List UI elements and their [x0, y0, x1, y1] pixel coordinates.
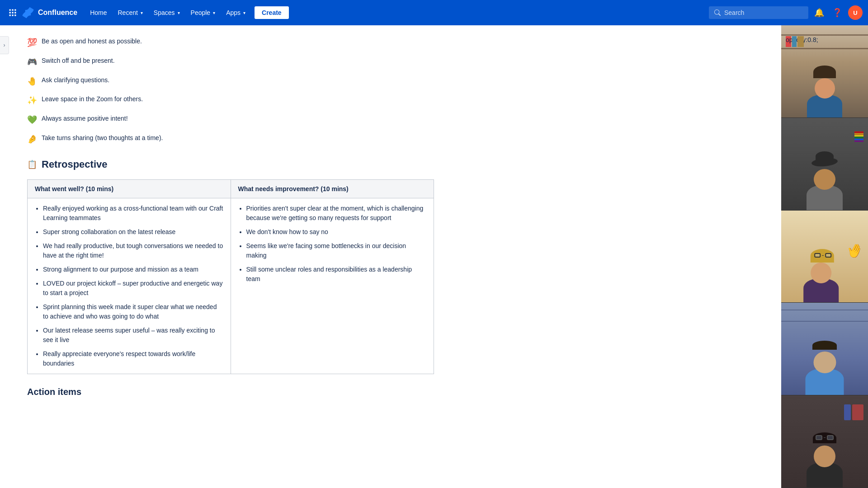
- grid-menu-icon[interactable]: [5, 5, 20, 20]
- ground-rule-text-6: Take turns sharing (two thoughts at a ti…: [42, 133, 163, 143]
- action-items-header: Action items: [27, 387, 434, 397]
- main-content: 💯 Be as open and honest as possible. 🎮 S…: [0, 25, 570, 488]
- create-button[interactable]: Create: [255, 6, 289, 19]
- svg-rect-7: [12, 14, 13, 16]
- went-well-header: What went well? (10 mins): [28, 179, 231, 198]
- people-chevron-icon: ▾: [213, 10, 215, 15]
- nav-people[interactable]: People ▾: [185, 0, 221, 25]
- list-item: LOVED our project kickoff – super produc…: [43, 279, 223, 298]
- ground-rule-text-5: Always assume positive intent!: [42, 113, 128, 123]
- svg-rect-1: [12, 9, 13, 11]
- nav-recent[interactable]: Recent ▾: [112, 0, 148, 25]
- needs-improvement-list: Priorities aren't super clear at the mom…: [238, 204, 427, 284]
- list-item: Priorities aren't super clear at the mom…: [246, 204, 427, 223]
- page-content: 💯 Be as open and honest as possible. 🎮 S…: [27, 36, 434, 397]
- list-item: Seems like we're facing some bottlenecks…: [246, 241, 427, 260]
- video-tile-4: [781, 303, 868, 395]
- list-item: Our latest release seems super useful – …: [43, 326, 223, 345]
- needs-improvement-header: What needs improvement? (10 mins): [231, 179, 434, 198]
- video-tile-3: 🤚: [781, 211, 868, 303]
- svg-rect-2: [14, 9, 16, 11]
- emoji-green-heart: 💚: [27, 113, 37, 127]
- video-tile-1: opacity:0.8;: [781, 25, 868, 118]
- user-avatar[interactable]: U: [848, 5, 863, 20]
- needs-improvement-cell: Priorities aren't super clear at the mom…: [231, 198, 434, 374]
- recent-chevron-icon: ▾: [141, 10, 143, 15]
- logo-text: Confluence: [38, 9, 77, 17]
- svg-rect-0: [9, 9, 11, 11]
- list-item: 🤚 Ask clarifying questions.: [27, 75, 434, 88]
- navigation: Confluence Home Recent ▾ Spaces ▾ People…: [0, 0, 868, 25]
- svg-rect-3: [9, 12, 11, 13]
- notifications-button[interactable]: 🔔: [812, 5, 826, 20]
- emoji-100: 💯: [27, 36, 37, 49]
- list-item: Really appreciate everyone's respect tow…: [43, 349, 223, 368]
- sidebar-toggle-button[interactable]: ›: [0, 36, 9, 54]
- confluence-logo[interactable]: Confluence: [22, 6, 77, 19]
- ground-rule-text-3: Ask clarifying questions.: [42, 75, 109, 85]
- chevron-right-icon: ›: [4, 42, 5, 48]
- went-well-list: Really enjoyed working as a cross-functi…: [35, 204, 223, 368]
- video-panel: opacity:0.8;: [781, 25, 868, 488]
- ground-rules-list: 💯 Be as open and honest as possible. 🎮 S…: [27, 36, 434, 146]
- went-well-cell: Really enjoyed working as a cross-functi…: [28, 198, 231, 374]
- nav-apps[interactable]: Apps ▾: [221, 0, 251, 25]
- list-item: Strong alignment to our purpose and miss…: [43, 265, 223, 274]
- video-tile-2: [781, 118, 868, 211]
- nav-right-section: Search 🔔 ❓ U: [709, 5, 863, 20]
- list-item: We had really productive, but tough conv…: [43, 241, 223, 260]
- ground-rule-text-4: Leave space in the Zoom for others.: [42, 94, 143, 104]
- ground-rule-text-2: Switch off and be present.: [42, 56, 115, 66]
- list-item: 🤌 Take turns sharing (two thoughts at a …: [27, 133, 434, 146]
- retrospective-header: 📋 Retrospective: [27, 159, 434, 170]
- emoji-sparkles: ✨: [27, 94, 37, 107]
- help-button[interactable]: ❓: [830, 5, 844, 20]
- search-placeholder: Search: [724, 9, 744, 16]
- spaces-chevron-icon: ▾: [178, 10, 180, 15]
- list-item: Sprint planning this week made it super …: [43, 302, 223, 321]
- apps-chevron-icon: ▾: [243, 10, 245, 15]
- list-item: We don't know how to say no: [246, 227, 427, 237]
- svg-rect-4: [12, 12, 13, 13]
- list-item: 💯 Be as open and honest as possible.: [27, 36, 434, 49]
- video-tile-5: [781, 395, 868, 488]
- svg-rect-6: [9, 14, 11, 16]
- search-bar[interactable]: Search: [709, 6, 808, 19]
- list-item: Still some unclear roles and responsibil…: [246, 265, 427, 284]
- svg-rect-8: [14, 14, 16, 16]
- emoji-clipboard: 📋: [27, 160, 37, 169]
- retrospective-table: What went well? (10 mins) What needs imp…: [27, 179, 434, 374]
- list-item: ✨ Leave space in the Zoom for others.: [27, 94, 434, 107]
- list-item: Really enjoyed working as a cross-functi…: [43, 204, 223, 223]
- emoji-hand-raise: 🤚: [27, 75, 37, 88]
- search-icon: [714, 9, 721, 16]
- emoji-pinch: 🤌: [27, 133, 37, 146]
- nav-spaces[interactable]: Spaces ▾: [148, 0, 185, 25]
- list-item: 🎮 Switch off and be present.: [27, 56, 434, 69]
- list-item: 💚 Always assume positive intent!: [27, 113, 434, 127]
- svg-rect-5: [14, 12, 16, 13]
- emoji-gamepad: 🎮: [27, 56, 37, 69]
- list-item: Super strong collaboration on the latest…: [43, 227, 223, 237]
- ground-rule-text-1: Be as open and honest as possible.: [42, 36, 142, 46]
- retrospective-title: Retrospective: [42, 159, 108, 170]
- nav-home[interactable]: Home: [85, 0, 112, 25]
